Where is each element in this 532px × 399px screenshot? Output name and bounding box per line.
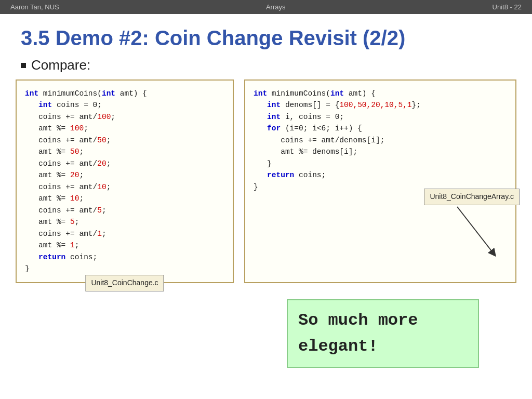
code-line: int minimumCoins(int amt) {: [25, 88, 224, 99]
code-line: int coins = 0;: [25, 99, 224, 111]
code-line: int i, coins = 0;: [254, 111, 507, 123]
bullet-icon: [21, 63, 26, 68]
compare-section: Compare:: [0, 55, 532, 79]
code-line: coins += amt/20;: [25, 158, 224, 169]
code-line: int minimumCoins(int amt) {: [254, 88, 507, 99]
code-line: int denoms[] = {100,50,20,10,5,1};: [254, 99, 507, 111]
code-line: amt %= 10;: [25, 193, 224, 204]
header-author: Aaron Tan, NUS: [10, 3, 59, 11]
code-line: amt %= 50;: [25, 146, 224, 157]
code-line: for (i=0; i<6; i++) {: [254, 123, 507, 134]
right-file-label: Unit8_CoinChangeArray.c: [424, 189, 520, 205]
code-line: coins += amt/denoms[i];: [254, 135, 507, 146]
elegant-callout: So much more elegant!: [287, 299, 479, 367]
right-code-content: int minimumCoins(int amt) { int denoms[]…: [254, 88, 507, 193]
code-line: amt %= 5;: [25, 216, 224, 228]
code-line: coins += amt/100;: [25, 111, 224, 123]
right-code-box: int minimumCoins(int amt) { int denoms[]…: [244, 79, 516, 283]
code-line: coins += amt/10;: [25, 181, 224, 193]
header-bar: Aaron Tan, NUS Arrays Unit8 - 22: [0, 0, 532, 14]
compare-label: Compare:: [31, 57, 90, 73]
elegant-text: So much more elegant!: [298, 311, 418, 356]
code-line: amt %= 20;: [25, 169, 224, 181]
left-file-label: Unit8_CoinChange.c: [85, 275, 164, 291]
left-code-box: int minimumCoins(int amt) { int coins = …: [16, 79, 234, 283]
svg-line-0: [457, 207, 494, 254]
code-line: amt %= 100;: [25, 123, 224, 134]
code-line: coins += amt/1;: [25, 228, 224, 240]
header-unit: Unit8 - 22: [493, 3, 522, 11]
code-area: int minimumCoins(int amt) { int coins = …: [0, 79, 532, 283]
code-line: amt %= denoms[i];: [254, 146, 507, 157]
code-line: }: [25, 263, 224, 274]
header-topic: Arrays: [266, 3, 286, 11]
code-line: amt %= 1;: [25, 240, 224, 251]
code-line: }: [254, 158, 507, 169]
code-line: coins += amt/5;: [25, 205, 224, 216]
code-line: return coins;: [254, 169, 507, 181]
left-code-content: int minimumCoins(int amt) { int coins = …: [25, 88, 224, 275]
code-line: coins += amt/50;: [25, 135, 224, 146]
code-line: return coins;: [25, 251, 224, 263]
arrow-svg: [405, 202, 520, 285]
slide-title: 3.5 Demo #2: Coin Change Revisit (2/2): [0, 14, 532, 55]
